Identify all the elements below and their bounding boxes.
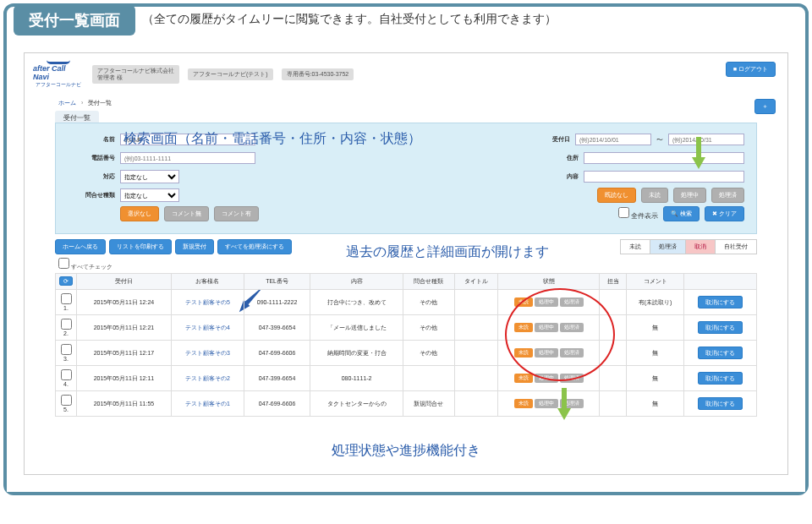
- filter-proc-button[interactable]: 処理中: [673, 188, 706, 203]
- input-content[interactable]: [584, 171, 744, 183]
- legend: 未読 処理済 取消 自社受付: [620, 239, 757, 254]
- status-chip[interactable]: 処理中: [535, 297, 558, 307]
- cell-comment: 無: [627, 341, 684, 366]
- status-chip[interactable]: 未読: [514, 348, 533, 358]
- filter-miread-button[interactable]: 未読: [641, 188, 668, 203]
- table-row[interactable]: 1.2015年05月11日 12:24テスト顧客その5090-1111-2222…: [56, 290, 757, 315]
- cell-date: 2015年05月11日 11:55: [77, 391, 172, 417]
- cell-title: [455, 391, 498, 417]
- filter-done-button[interactable]: 処理済: [711, 188, 744, 203]
- input-tel[interactable]: [120, 152, 255, 164]
- select-kind[interactable]: 指定なし: [120, 188, 179, 202]
- cell-tel: 047-699-6606: [244, 391, 310, 417]
- table-row[interactable]: 2.2015年05月11日 12:21テスト顧客その4047-399-6654「…: [56, 315, 757, 341]
- chk-all-display[interactable]: [618, 207, 629, 218]
- table-row[interactable]: 4.2015年05月11日 12:11テスト顧客その2047-399-66540…: [56, 366, 757, 391]
- input-addr[interactable]: [584, 152, 744, 164]
- reception-table: ⟳ 受付日 お客様名 TEL番号 内容 問合せ種類 タイトル 状態 担当 コメン…: [55, 273, 757, 417]
- check-all-display[interactable]: 全件表示: [618, 207, 658, 221]
- status-chip[interactable]: 処理済: [560, 374, 584, 383]
- row-checkbox[interactable]: [61, 395, 72, 406]
- cell-date: 2015年05月11日 12:21: [77, 315, 172, 341]
- frame-title: 受付一覧画面: [14, 5, 135, 35]
- logout-button[interactable]: ■ ログアウト: [726, 62, 776, 77]
- customer-link[interactable]: テスト顧客その1: [185, 401, 230, 407]
- label-kind: 問合せ種類: [68, 191, 115, 199]
- cell-comment: 無: [627, 391, 684, 417]
- status-chip[interactable]: 未読: [514, 323, 533, 332]
- customer-link[interactable]: テスト顧客その5: [185, 299, 230, 305]
- status-chip[interactable]: 処理済: [560, 323, 584, 332]
- cancel-row-button[interactable]: 取消にする: [698, 372, 743, 385]
- status-chip[interactable]: 処理中: [535, 399, 558, 408]
- breadcrumb-current: 受付一覧: [88, 100, 112, 106]
- row-checkbox[interactable]: [61, 293, 72, 304]
- done-all-button[interactable]: すべてを処理済にする: [217, 239, 292, 254]
- table-row[interactable]: 5.2015年05月11日 11:55テスト顧客その1047-699-6606タ…: [56, 391, 757, 417]
- breadcrumb: ホーム › 受付一覧: [25, 96, 787, 111]
- frame-subtitle: （全ての履歴がタイムリーに閲覧できます。自社受付としても利用できます）: [142, 7, 805, 27]
- status-chip[interactable]: 処理中: [535, 348, 558, 358]
- logo: after Call Navi アフターコールナビ: [33, 60, 84, 89]
- search-panel: 検索画面（名前・電話番号・住所・内容・状態） 名前 受付日 〜 電話番号: [55, 123, 757, 234]
- cell-title: [455, 341, 498, 366]
- cmt-has-button[interactable]: コメント有: [214, 206, 259, 221]
- row-checkbox[interactable]: [61, 369, 72, 380]
- cell-date: 2015年05月11日 12:24: [77, 290, 172, 315]
- select-taiou[interactable]: 指定なし: [120, 170, 179, 183]
- cell-content: 納期時間の変更・打合: [310, 341, 403, 366]
- customer-link[interactable]: テスト顧客その4: [185, 325, 230, 330]
- cancel-row-button[interactable]: 取消にする: [698, 397, 743, 410]
- cell-kind: その他: [403, 341, 454, 366]
- cell-comment: 無: [627, 315, 684, 341]
- annotation-search: 検索画面（名前・電話番号・住所・内容・状態）: [123, 130, 421, 148]
- search-button[interactable]: 🔍 検索: [663, 206, 700, 221]
- table-header-row: ⟳ 受付日 お客様名 TEL番号 内容 問合せ種類 タイトル 状態 担当 コメン…: [56, 274, 757, 290]
- status-chip[interactable]: 処理済: [560, 348, 584, 358]
- cell-kind: 新規問合せ: [403, 391, 454, 417]
- phone-chip: 専用番号:03-4530-3752: [282, 68, 354, 80]
- status-chip[interactable]: 処理中: [535, 323, 558, 332]
- cell-tel: 047-399-6654: [244, 315, 310, 341]
- cell-content: タクトセンターからの: [310, 391, 403, 417]
- label-date: 受付日: [523, 135, 570, 144]
- arrow-down-icon-2: [557, 408, 571, 420]
- filter-unread-button[interactable]: 既読なし: [597, 188, 636, 203]
- cancel-row-button[interactable]: 取消にする: [698, 347, 743, 359]
- label-addr: 住所: [531, 154, 579, 162]
- input-date-from[interactable]: [575, 134, 651, 145]
- input-date-to[interactable]: [668, 134, 744, 145]
- cancel-row-button[interactable]: 取消にする: [698, 321, 743, 334]
- print-button[interactable]: リストを印刷する: [109, 239, 172, 254]
- cell-assign: [600, 315, 627, 341]
- annotation-history: 過去の履歴と詳細画面が開けます: [346, 243, 549, 261]
- label-content: 内容: [531, 172, 579, 181]
- cell-tel: 047-399-6654: [244, 366, 310, 391]
- arrow-down-icon: [692, 157, 705, 169]
- frame: 受付一覧画面 （全ての履歴がタイムリーに閲覧できます。自社受付としても利用できま…: [3, 3, 809, 495]
- cancel-row-button[interactable]: 取消にする: [698, 296, 743, 308]
- back-button[interactable]: ホームへ戻る: [55, 239, 106, 254]
- label-tel: 電話番号: [68, 154, 115, 162]
- status-chip[interactable]: 未読: [514, 297, 533, 307]
- status-chip[interactable]: 処理済: [560, 297, 584, 307]
- status-chip[interactable]: 未読: [514, 399, 533, 408]
- row-checkbox[interactable]: [61, 319, 72, 330]
- table-row[interactable]: 3.2015年05月11日 12:17テスト顧客その3047-699-6606納…: [56, 341, 757, 366]
- sel-none-button[interactable]: 選択なし: [120, 206, 159, 221]
- section-tab: 受付一覧: [55, 111, 99, 123]
- cell-kind: [403, 366, 454, 391]
- status-chip[interactable]: 処理中: [535, 374, 558, 383]
- clear-button[interactable]: ✖ クリア: [705, 206, 744, 221]
- cmt-none-button[interactable]: コメント無: [164, 206, 209, 221]
- new-button[interactable]: 新規受付: [175, 239, 214, 254]
- status-chip[interactable]: 未読: [514, 374, 533, 383]
- plus-button[interactable]: ＋: [754, 99, 776, 114]
- refresh-button[interactable]: ⟳: [59, 276, 73, 286]
- row-checkbox[interactable]: [61, 344, 72, 355]
- check-all-checkbox[interactable]: [58, 258, 69, 269]
- breadcrumb-home[interactable]: ホーム: [58, 100, 76, 106]
- customer-link[interactable]: テスト顧客その2: [185, 375, 230, 381]
- list-toolbar: ホームへ戻る リストを印刷する 新規受付 すべてを処理済にする 過去の履歴と詳細…: [55, 239, 757, 254]
- customer-link[interactable]: テスト顧客その3: [185, 350, 230, 356]
